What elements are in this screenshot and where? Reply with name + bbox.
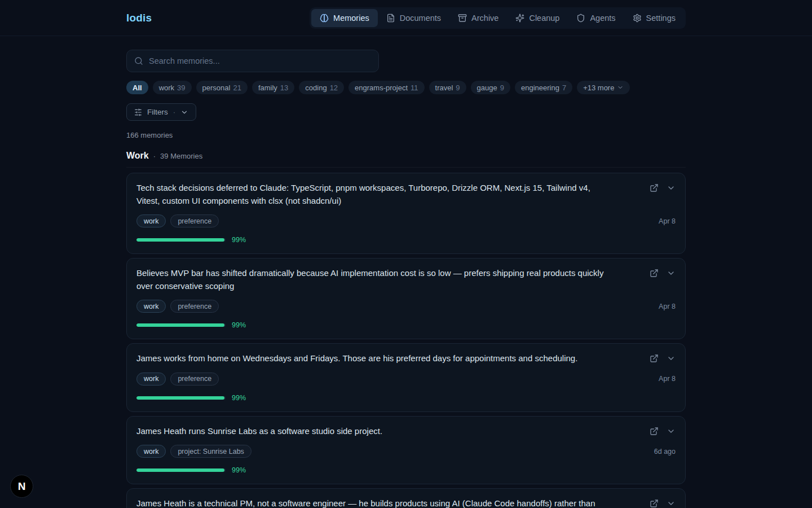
sliders-icon [134,108,142,116]
chip-work[interactable]: work39 [153,81,192,94]
chip-gauge[interactable]: gauge9 [471,81,510,94]
memory-card[interactable]: Believes MVP bar has shifted dramaticall… [126,258,686,339]
open-memory-button[interactable] [650,269,659,278]
chip-coding[interactable]: coding12 [299,81,344,94]
search-icon [134,56,143,65]
tab-settings[interactable]: Settings [624,9,684,27]
shield-icon [576,14,585,23]
memory-card[interactable]: Tech stack decisions deferred to Claude:… [126,173,686,254]
memory-title: James works from home on Wednesdays and … [136,352,577,365]
tag-pill[interactable]: preference [170,214,219,227]
nextjs-dev-badge[interactable]: N [10,475,33,498]
tab-label: Cleanup [529,14,559,23]
filters-button[interactable]: Filters · [126,103,196,121]
external-link-icon [650,183,659,192]
chip-count: 12 [330,84,338,92]
chip-label: work [159,84,174,92]
chevron-down-icon [667,499,676,508]
filters-label: Filters [147,108,168,116]
tag-pill[interactable]: work [136,373,166,386]
tag-pill[interactable]: project: Sunrise Labs [170,445,251,458]
filters-separator: · [173,108,176,116]
chip-more[interactable]: +13 more [577,81,630,94]
document-icon [386,14,395,23]
memory-list: Tech stack decisions deferred to Claude:… [126,173,686,508]
external-link-icon [650,354,659,363]
chevron-down-icon [180,108,188,116]
tab-agents[interactable]: Agents [568,9,624,27]
confidence-bar [136,238,226,242]
expand-memory-button[interactable] [667,354,676,363]
chip-count: 39 [177,84,185,92]
chip-all[interactable]: All [126,81,148,94]
app-header: lodis Memories Documents Archive Cleanup… [0,0,812,36]
search-bar[interactable] [126,50,379,72]
main-nav: Memories Documents Archive Cleanup Agent… [310,7,686,29]
open-memory-button[interactable] [650,499,659,508]
open-memory-button[interactable] [650,183,659,192]
memory-title: James Heath runs Sunrise Labs as a softw… [136,425,382,438]
confidence-bar [136,468,226,472]
memory-date: Apr 8 [659,375,676,383]
tab-label: Archive [471,14,498,23]
confidence-bar [136,396,226,400]
tab-memories[interactable]: Memories [311,9,378,27]
memory-card[interactable]: James works from home on Wednesdays and … [126,343,686,412]
expand-memory-button[interactable] [667,427,676,436]
expand-memory-button[interactable] [667,183,676,192]
chip-label: engrams-project [355,84,408,92]
memory-date: Apr 8 [659,217,676,225]
tag-pill[interactable]: preference [170,300,219,313]
gear-icon [633,14,642,23]
open-memory-button[interactable] [650,354,659,363]
confidence-label: 99% [232,321,246,329]
open-memory-button[interactable] [650,427,659,436]
tab-documents[interactable]: Documents [378,9,449,27]
nextjs-logo-icon: N [18,480,26,493]
tab-label: Memories [333,14,369,23]
tag-pill[interactable]: work [136,445,166,458]
chevron-down-icon [667,269,676,278]
chip-family[interactable]: family13 [252,81,294,94]
tab-label: Agents [590,14,615,23]
memory-title: Tech stack decisions deferred to Claude:… [136,182,616,207]
chip-label: engineering [521,84,559,92]
tag-pill[interactable]: work [136,300,166,313]
chevron-down-icon [667,183,676,192]
chip-label: family [258,84,277,92]
chip-label: coding [305,84,326,92]
external-link-icon [650,499,659,508]
app-logo[interactable]: lodis [126,12,152,24]
expand-memory-button[interactable] [667,269,676,278]
confidence-label: 99% [232,466,246,474]
chevron-down-icon [667,427,676,436]
external-link-icon [650,427,659,436]
chevron-down-icon [617,84,624,91]
section-title: Work [126,151,149,161]
tab-label: Documents [400,14,441,23]
chip-count: 13 [280,84,288,92]
chip-engineering[interactable]: engineering7 [515,81,572,94]
tab-cleanup[interactable]: Cleanup [507,9,568,27]
search-input[interactable] [149,56,371,65]
memory-card[interactable]: James Heath runs Sunrise Labs as a softw… [126,416,686,485]
tab-archive[interactable]: Archive [449,9,507,27]
sparkles-icon [515,14,524,23]
chip-count: 11 [411,84,418,92]
memory-title: James Heath is a technical PM, not a sof… [136,497,616,508]
tag-pill[interactable]: work [136,214,166,227]
chip-engrams-project[interactable]: engrams-project11 [348,81,424,94]
tag-pill[interactable]: preference [170,373,219,386]
chip-personal[interactable]: personal21 [196,81,248,94]
chip-travel[interactable]: travel9 [429,81,466,94]
confidence-bar [136,323,226,327]
section-subtitle: 39 Memories [160,152,202,160]
chevron-down-icon [667,354,676,363]
confidence-label: 99% [232,236,246,244]
memory-card[interactable]: James Heath is a technical PM, not a sof… [126,488,686,508]
memory-title: Believes MVP bar has shifted dramaticall… [136,267,616,292]
tag-filter-row: All work39 personal21 family13 coding12 … [126,81,686,94]
memory-date: 6d ago [654,448,676,456]
expand-memory-button[interactable] [667,499,676,508]
chip-label: travel [435,84,453,92]
